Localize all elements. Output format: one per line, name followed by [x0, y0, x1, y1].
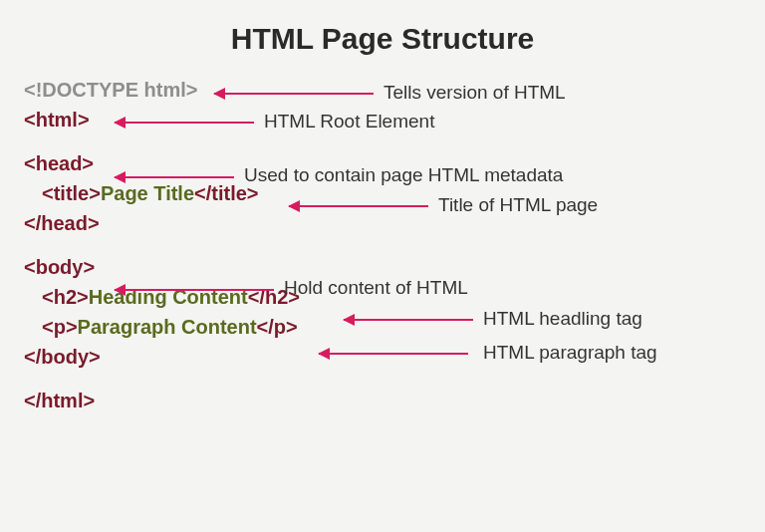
arrow-icon	[289, 205, 428, 207]
code-p-open: <p>	[42, 316, 78, 338]
code-p-close: </p>	[257, 316, 298, 338]
arrow-icon	[115, 176, 234, 178]
code-doctype: <!DOCTYPE html>	[24, 79, 197, 101]
annotation-body: Hold content of HTML	[284, 277, 468, 299]
annotation-html: HTML Root Element	[264, 111, 434, 133]
code-block: <!DOCTYPE html> <html> <head> <title>Pag…	[24, 80, 300, 420]
code-body-open: <body>	[24, 256, 95, 278]
arrow-icon	[115, 289, 274, 291]
code-body-close: </body>	[24, 346, 101, 368]
code-head-open: <head>	[24, 152, 94, 174]
arrow-icon	[319, 353, 468, 355]
code-head-close: </head>	[24, 212, 100, 234]
annotation-p: HTML paragraph tag	[483, 342, 657, 364]
code-p-text: Paragraph Content	[78, 316, 257, 338]
arrow-icon	[214, 93, 374, 95]
annotation-h2: HTML headling tag	[483, 308, 642, 330]
code-html-close: </html>	[24, 390, 95, 411]
code-title-open: <title>	[42, 182, 101, 204]
arrow-icon	[115, 122, 254, 124]
diagram-title: HTML Page Structure	[0, 0, 765, 66]
code-h2-open: <h2>	[42, 286, 89, 308]
annotation-head: Used to contain page HTML metadata	[244, 164, 563, 186]
annotation-title: Title of HTML page	[438, 194, 598, 216]
annotation-doctype: Tells version of HTML	[383, 82, 566, 104]
code-title-text: Page Title	[101, 182, 194, 204]
code-html-open: <html>	[24, 109, 90, 131]
arrow-icon	[344, 319, 473, 321]
